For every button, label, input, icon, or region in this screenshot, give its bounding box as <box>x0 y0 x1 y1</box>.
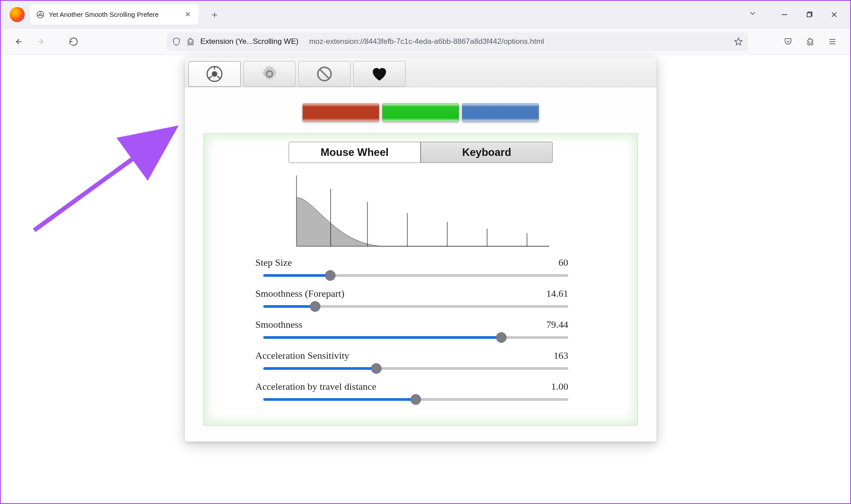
options-card: Mouse Wheel Keyboard Step Size60Smoothne… <box>185 58 656 442</box>
svg-marker-8 <box>735 38 742 45</box>
slider[interactable] <box>263 395 568 404</box>
extensions-button[interactable] <box>801 33 819 50</box>
tab-settings-icon-gear[interactable] <box>243 61 296 87</box>
setting-label: Acceleration by travel distance <box>255 381 376 392</box>
setting-label: Acceleration Sensitivity <box>255 350 349 361</box>
input-mode-tabs: Mouse Wheel Keyboard <box>245 142 597 163</box>
setting-2: Smoothness79.44 <box>255 319 568 342</box>
preset-blue-button[interactable] <box>462 103 539 122</box>
shield-icon <box>172 37 181 46</box>
slider[interactable] <box>263 271 568 280</box>
settings-panel: Mouse Wheel Keyboard Step Size60Smoothne… <box>203 133 638 426</box>
setting-4: Acceleration by travel distance1.00 <box>255 381 568 404</box>
steering-wheel-icon <box>36 11 44 19</box>
subtab-keyboard[interactable]: Keyboard <box>421 142 553 163</box>
browser-nav-bar: Extension (Ye...Scrolling WE) moz-extens… <box>1 28 850 55</box>
svg-line-17 <box>320 69 329 79</box>
setting-0: Step Size60 <box>255 257 568 280</box>
pocket-button[interactable] <box>779 33 797 50</box>
browser-title-bar: Yet Another Smooth Scrolling Prefere ✕ ＋ <box>1 1 850 28</box>
setting-value: 79.44 <box>547 319 569 330</box>
nav-reload-button[interactable] <box>65 33 82 50</box>
setting-3: Acceleration Sensitivity163 <box>255 350 568 373</box>
tab-close-button[interactable]: ✕ <box>183 10 192 19</box>
preset-red-button[interactable] <box>302 103 379 122</box>
setting-value: 60 <box>558 257 568 268</box>
setting-label: Smoothness (Forepart) <box>255 288 344 299</box>
url-text: moz-extension://8443fefb-7c1c-4eda-a6bb-… <box>309 37 729 46</box>
window-close-button[interactable] <box>822 4 847 25</box>
setting-value: 163 <box>554 350 568 361</box>
bookmark-star-icon[interactable] <box>734 37 743 46</box>
annotation-arrow <box>25 120 185 239</box>
tab-title: Yet Another Smooth Scrolling Prefere <box>49 11 179 18</box>
setting-value: 14.61 <box>547 288 569 299</box>
slider[interactable] <box>263 333 568 342</box>
address-bar[interactable]: Extension (Ye...Scrolling WE) moz-extens… <box>167 32 748 51</box>
svg-point-1 <box>39 13 42 16</box>
page-content: Mouse Wheel Keyboard Step Size60Smoothne… <box>1 55 850 503</box>
easing-graph <box>288 171 554 251</box>
slider[interactable] <box>263 302 568 311</box>
nav-forward-button[interactable] <box>32 33 50 50</box>
preset-row <box>185 87 656 133</box>
browser-tab[interactable]: Yet Another Smooth Scrolling Prefere ✕ <box>30 4 199 25</box>
svg-rect-3 <box>807 13 811 17</box>
setting-value: 1.00 <box>551 381 569 392</box>
tab-blocklist-icon-ban[interactable] <box>298 61 351 87</box>
slider[interactable] <box>263 364 568 373</box>
setting-1: Smoothness (Forepart)14.61 <box>255 288 568 311</box>
firefox-logo-icon <box>10 7 25 22</box>
setting-label: Smoothness <box>255 319 302 330</box>
tabs-dropdown-button[interactable] <box>733 9 772 20</box>
setting-label: Step Size <box>255 257 292 268</box>
subtab-mouse-wheel[interactable]: Mouse Wheel <box>289 142 421 163</box>
extension-name-label: Extension (Ye...Scrolling WE) <box>200 37 298 46</box>
tab-main-icon-steering[interactable] <box>188 61 241 87</box>
window-minimize-button[interactable] <box>772 4 797 25</box>
svg-line-13 <box>34 131 172 230</box>
nav-back-button[interactable] <box>10 33 27 50</box>
tab-about-icon-heart[interactable] <box>353 61 406 87</box>
window-maximize-button[interactable] <box>797 4 822 25</box>
svg-point-15 <box>212 72 217 76</box>
new-tab-button[interactable]: ＋ <box>207 7 223 23</box>
preset-green-button[interactable] <box>382 103 459 122</box>
main-tab-bar <box>185 58 656 87</box>
app-menu-button[interactable] <box>824 33 841 50</box>
extension-icon <box>186 37 195 46</box>
